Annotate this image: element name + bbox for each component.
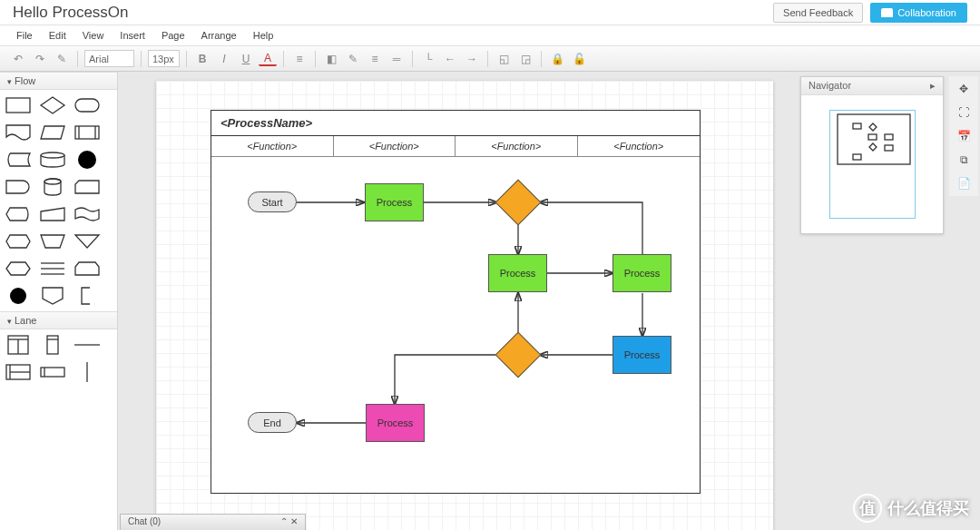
svg-rect-46 [885, 134, 893, 140]
menu-help[interactable]: Help [246, 28, 281, 43]
arrow-start-button[interactable]: ← [441, 50, 459, 68]
shape-loop-limit[interactable] [73, 259, 102, 279]
arrow-end-button[interactable]: → [463, 50, 481, 68]
process-node-1[interactable]: Process [365, 183, 424, 221]
shape-hlane-single[interactable] [38, 362, 67, 382]
canvas[interactable]: <ProcessName> <Function> <Function> <Fun… [156, 81, 773, 530]
decision-node-2[interactable] [496, 333, 540, 377]
menu-page[interactable]: Page [154, 28, 192, 43]
decision-node-1[interactable] [496, 181, 540, 224]
toolbar: ↶ ↷ ✎ B I U A ≡ ◧ ✎ ≡ ═ └ ← → ◱ ◲ 🔒 🔓 [0, 46, 980, 72]
lane-header-1[interactable]: <Function> [211, 136, 333, 157]
process-node-2[interactable]: Process [488, 254, 547, 292]
collaboration-icon [881, 8, 893, 17]
menu-edit[interactable]: Edit [42, 28, 74, 43]
send-back-button[interactable]: ◲ [516, 50, 534, 68]
chat-close-icon[interactable]: ✕ [290, 516, 298, 526]
bring-front-button[interactable]: ◱ [495, 50, 513, 68]
font-color-button[interactable]: A [259, 52, 277, 66]
navigator-header[interactable]: Navigator▸ [801, 77, 943, 95]
shape-connector-circle[interactable] [4, 286, 33, 306]
shape-display[interactable] [4, 204, 33, 224]
chat-bar[interactable]: Chat (0) ⌃ ✕ [120, 514, 306, 530]
shape-stored-data[interactable] [4, 150, 33, 170]
svg-rect-0 [6, 98, 30, 113]
shape-vlane[interactable] [4, 335, 33, 355]
unlock-button[interactable]: 🔓 [570, 50, 588, 68]
shape-hlane[interactable] [4, 362, 33, 382]
shape-merge[interactable] [73, 231, 102, 251]
swimlane[interactable]: <ProcessName> <Function> <Function> <Fun… [211, 110, 701, 494]
shape-database[interactable] [38, 150, 67, 170]
right-toolbar: ✥ ⛶ 📅 ⧉ 📄 [949, 76, 978, 196]
lane-header-2[interactable]: <Function> [334, 136, 456, 157]
shape-separator-h[interactable] [73, 335, 102, 355]
shape-vlane-single[interactable] [38, 335, 67, 355]
fit-view-icon[interactable]: ⛶ [951, 102, 976, 123]
shape-delay[interactable] [4, 177, 33, 197]
shape-document[interactable] [4, 123, 33, 142]
menu-view[interactable]: View [75, 28, 112, 43]
end-node[interactable]: End [248, 412, 297, 433]
navigator-collapse-icon[interactable]: ▸ [930, 80, 936, 92]
line-style-button[interactable]: ≡ [366, 50, 384, 68]
redo-button[interactable]: ↷ [31, 50, 49, 68]
start-node[interactable]: Start [248, 191, 297, 212]
copy-icon[interactable]: ⧉ [951, 149, 976, 171]
calendar-icon[interactable]: 📅 [951, 125, 976, 147]
flow-section-header[interactable]: Flow [0, 72, 117, 90]
svg-marker-12 [6, 235, 30, 248]
send-feedback-button[interactable]: Send Feedback [773, 3, 863, 23]
shape-card[interactable] [73, 177, 102, 197]
undo-button[interactable]: ↶ [9, 50, 27, 68]
shape-manual-input[interactable] [38, 204, 67, 224]
chat-expand-icon[interactable]: ⌃ [280, 516, 288, 526]
navigator-thumbnail[interactable] [829, 110, 916, 219]
shape-separator-v[interactable] [73, 362, 102, 382]
shape-circle[interactable] [73, 150, 102, 170]
lane-shapes [0, 329, 117, 388]
lane-section-header[interactable]: Lane [0, 311, 117, 329]
shape-preparation[interactable] [4, 231, 33, 251]
center-view-icon[interactable]: ✥ [951, 78, 976, 100]
lane-header-4[interactable]: <Function> [578, 136, 701, 157]
bold-button[interactable]: B [193, 50, 211, 68]
shape-terminator[interactable] [73, 95, 102, 115]
shape-cylinder[interactable] [38, 177, 67, 197]
shape-diamond[interactable] [38, 95, 67, 115]
line-color-button[interactable]: ✎ [344, 50, 362, 68]
process-node-5[interactable]: Process [366, 404, 425, 442]
canvas-area[interactable]: <ProcessName> <Function> <Function> <Fun… [118, 72, 980, 530]
line-width-button[interactable]: ═ [387, 50, 406, 68]
shape-rectangle[interactable] [4, 95, 33, 115]
page-icon[interactable]: 📄 [951, 172, 976, 194]
menu-file[interactable]: File [9, 28, 40, 43]
lane-header-3[interactable]: <Function> [456, 136, 577, 157]
menu-arrange[interactable]: Arrange [194, 28, 244, 43]
shape-manual-op[interactable] [38, 231, 67, 251]
align-button[interactable]: ≡ [290, 50, 309, 68]
shape-collate[interactable] [38, 259, 67, 279]
navigator-panel[interactable]: Navigator▸ [800, 76, 944, 234]
process-node-4[interactable]: Process [612, 336, 671, 374]
shape-tape[interactable] [73, 204, 102, 224]
fill-color-button[interactable]: ◧ [322, 50, 340, 68]
process-node-3[interactable]: Process [612, 254, 671, 292]
collaboration-button[interactable]: Collaboration [870, 3, 967, 23]
shape-hexagon[interactable] [4, 259, 33, 279]
main-area: Flow Lane [0, 72, 980, 530]
menu-insert[interactable]: Insert [113, 28, 152, 43]
underline-button[interactable]: U [237, 50, 255, 68]
font-size-input[interactable] [148, 50, 180, 67]
swimlane-title[interactable]: <ProcessName> [211, 111, 700, 136]
svg-marker-1 [41, 97, 64, 113]
format-painter-button[interactable]: ✎ [53, 50, 71, 68]
font-name-input[interactable] [84, 50, 134, 67]
shape-annotation[interactable] [73, 286, 102, 306]
shape-offpage[interactable] [38, 286, 67, 306]
shape-predefined[interactable] [73, 123, 102, 142]
italic-button[interactable]: I [215, 50, 233, 68]
shape-parallelogram[interactable] [38, 123, 67, 142]
lock-button[interactable]: 🔒 [548, 50, 566, 68]
connector-button[interactable]: └ [419, 50, 437, 68]
